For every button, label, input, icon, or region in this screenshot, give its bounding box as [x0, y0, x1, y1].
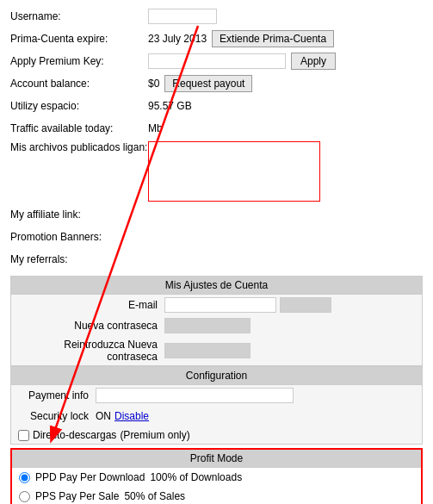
payout-button[interactable]: Request payout — [164, 75, 252, 92]
profit-header: Profit Mode — [12, 450, 421, 468]
referrals-label: My referrals: — [10, 253, 148, 265]
security-value-container: ON Disable — [96, 410, 149, 422]
pps-row: PPS Pay Per Sale 50% of Sales — [12, 487, 421, 504]
settings-section: Mis Ajustes de Cuenta E-mail Nueva contr… — [10, 276, 423, 366]
username-input[interactable] — [148, 9, 217, 24]
nueva-row: Nueva contraseca — [11, 315, 422, 336]
config-section: Configuration Payment info Security lock… — [10, 366, 423, 445]
banners-label: Promotion Banners: — [10, 231, 148, 243]
profit-section: Profit Mode PPD Pay Per Download 100% of… — [10, 448, 423, 504]
email-row: E-mail — [11, 295, 422, 315]
reintroduzca-input[interactable] — [164, 343, 251, 358]
payment-row: Payment info — [11, 385, 422, 406]
pps-label: PPS Pay Per Sale — [35, 490, 119, 502]
directo-label: Directo-descargas — [33, 429, 116, 441]
affiliate-label: My affiliate link: — [10, 208, 148, 221]
utiliz-value: 95.57 GB — [148, 100, 192, 112]
security-row: Security lock ON Disable — [11, 406, 422, 426]
account-balance-value: $0 — [148, 78, 159, 90]
account-balance-label: Account balance: — [10, 78, 148, 90]
nueva-input[interactable] — [164, 318, 251, 333]
settings-header: Mis Ajustes de Cuenta — [11, 277, 422, 295]
apply-premium-label: Apply Premium Key: — [10, 55, 148, 67]
ppd-radio[interactable] — [19, 472, 30, 483]
traffic-label: Traffic available today: — [10, 122, 148, 134]
email-input[interactable] — [164, 297, 276, 313]
directo-note: (Premium only) — [120, 429, 189, 441]
payment-label: Payment info — [18, 389, 96, 401]
extend-prima-cuenta-button[interactable]: Extiende Prima-Cuenta — [212, 30, 334, 47]
security-label: Security lock — [18, 410, 96, 422]
ppd-desc: 100% of Downloads — [150, 471, 242, 483]
ppd-label: PPD Pay Per Download — [35, 471, 145, 483]
config-header: Configuration — [11, 367, 422, 385]
prima-cuenta-label: Prima-Cuenta expire: — [10, 33, 148, 45]
apply-button[interactable]: Apply — [291, 53, 336, 70]
payment-input[interactable] — [96, 388, 294, 403]
archivos-label: Mis archivos publicados ligan: — [10, 141, 148, 153]
premium-key-input[interactable] — [148, 53, 286, 69]
prima-cuenta-value: 23 July 2013 — [148, 33, 207, 45]
traffic-value: Mb — [148, 122, 163, 134]
nueva-label: Nueva contraseca — [18, 320, 164, 332]
disable-link[interactable]: Disable — [114, 410, 149, 422]
security-on-text: ON — [96, 410, 111, 422]
email-label: E-mail — [18, 299, 164, 311]
reintroduzca-label: Reintroduzca Nueva contraseca — [18, 339, 164, 363]
directo-row: Directo-descargas (Premium only) — [11, 426, 422, 444]
utiliz-label: Utilizy espacio: — [10, 100, 148, 112]
ppd-row: PPD Pay Per Download 100% of Downloads — [12, 468, 421, 487]
username-label: Username: — [10, 10, 148, 22]
directo-checkbox[interactable] — [18, 430, 29, 441]
archivos-textarea[interactable] — [148, 141, 320, 202]
pps-desc: 50% of Sales — [124, 490, 185, 502]
reintroduzca-row: Reintroduzca Nueva contraseca — [11, 336, 422, 365]
pps-radio[interactable] — [19, 491, 30, 502]
